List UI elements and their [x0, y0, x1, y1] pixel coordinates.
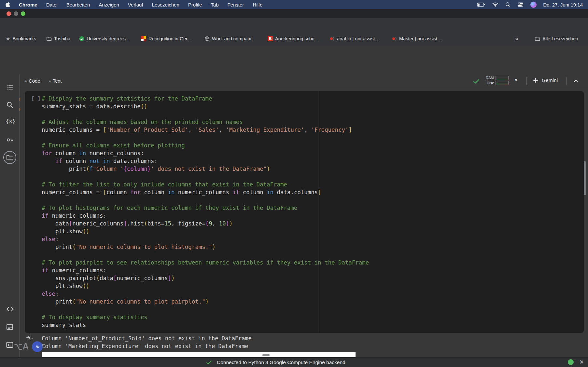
code-line[interactable]: plt.show()	[42, 282, 369, 290]
mosaic-favicon	[141, 36, 146, 41]
option-key-icon	[14, 343, 22, 351]
code-line[interactable]	[42, 134, 369, 142]
code-line[interactable]: data[numeric_columns].hist(bins=15, figs…	[42, 220, 369, 227]
ram-label: RAM	[486, 75, 494, 80]
search-icon[interactable]	[6, 101, 14, 109]
window-minimize-button[interactable]	[14, 11, 18, 16]
gemini-button[interactable]: Gemini	[532, 77, 558, 84]
bookmarks-overflow-chevron[interactable]: »	[515, 32, 518, 46]
bookmark-anabin[interactable]: anabin | uni-assist...	[329, 32, 379, 46]
bookmark-recognition[interactable]: Recognition in Ger...	[141, 32, 191, 46]
table-of-contents-icon[interactable]	[6, 83, 14, 91]
code-line[interactable]: print("No numeric columns to plot histog…	[42, 243, 369, 251]
code-line[interactable]	[42, 196, 369, 204]
kernel-status-dot	[568, 359, 574, 365]
code-line[interactable]: if numeric_columns:	[42, 266, 369, 274]
terminal-icon[interactable]	[6, 341, 14, 349]
menubar-item-tab[interactable]: Tab	[211, 2, 218, 7]
menubar-item-hilfe[interactable]: Hilfe	[253, 2, 262, 7]
vertical-scrollbar[interactable]	[584, 161, 586, 195]
screen: Chrome Datei Bearbeiten Anzeigen Verlauf…	[0, 0, 588, 367]
bookmark-university-degrees[interactable]: University degrees...	[79, 32, 130, 46]
code-line[interactable]: if column not in data.columns:	[42, 157, 369, 165]
browser-toolbar: colab.research.google.com/drive/1mNkG5En…	[0, 18, 588, 32]
menubar-clock[interactable]: Do. 27. Juni 19:14	[543, 2, 583, 7]
add-code-button[interactable]: + Code	[24, 74, 40, 88]
spotlight-search-icon[interactable]	[505, 2, 511, 7]
code-snippets-icon[interactable]	[6, 305, 14, 313]
bookmark-master-uni-assist[interactable]: Master | uni-assist...	[392, 32, 441, 46]
code-line[interactable]	[42, 251, 369, 259]
siri-icon[interactable]	[530, 2, 537, 8]
toolbar-separator	[526, 77, 527, 85]
code-line[interactable]: else:	[42, 235, 369, 243]
left-sidebar: {x}	[0, 74, 20, 357]
code-line[interactable]: else:	[42, 290, 369, 298]
all-bookmarks-button[interactable]: Alle Lesezeichen	[535, 32, 578, 46]
star-favicon: ★	[6, 36, 10, 42]
code-line[interactable]	[42, 110, 369, 118]
battery-icon[interactable]	[477, 1, 485, 8]
window-close-button[interactable]	[7, 11, 11, 16]
connected-check-icon	[206, 359, 212, 366]
code-line[interactable]: for column in numeric_columns:	[42, 149, 369, 157]
menubar-item-lesezeichen[interactable]: Lesezeichen	[152, 2, 179, 7]
secrets-key-icon[interactable]	[6, 136, 14, 144]
resources-dropdown-caret[interactable]: ▾	[515, 77, 517, 83]
code-line[interactable]: summary_stats	[42, 321, 369, 329]
output-scrollbar-notch[interactable]	[262, 354, 270, 356]
bookmark-folder-toshiba[interactable]: Toshiba	[46, 32, 70, 46]
collapse-chevron-icon[interactable]	[572, 77, 580, 87]
code-line[interactable]	[42, 306, 369, 313]
disk-label: Disk	[486, 80, 494, 86]
menubar-item-chrome[interactable]: Chrome	[19, 2, 37, 7]
code-line[interactable]: # Display the summary statistics for the…	[42, 95, 369, 102]
code-line[interactable]: print("No numeric columns to plot pairpl…	[42, 298, 369, 306]
add-text-button[interactable]: + Text	[49, 74, 62, 88]
close-status-icon[interactable]: ×	[580, 357, 584, 367]
code-line[interactable]: if numeric_columns:	[42, 212, 369, 220]
code-line[interactable]: print(f"Column '{column}' does not exist…	[42, 165, 369, 173]
code-line[interactable]: # To plot pairplot to see relationships …	[42, 259, 369, 266]
bookmark-bookmarks[interactable]: ★ Bookmarks	[6, 32, 36, 46]
bookmark-work-companies[interactable]: Work and compani...	[204, 32, 255, 46]
folder-icon	[47, 37, 51, 40]
menubar-item-profile[interactable]: Profile	[188, 2, 202, 7]
uni-assist-favicon	[392, 36, 397, 41]
resource-meter[interactable]: RAM Disk	[486, 75, 509, 86]
code-line[interactable]: sns.pairplot(data[numeric_columns])	[42, 274, 369, 282]
code-line[interactable]	[42, 173, 369, 181]
disk-bar	[496, 81, 509, 85]
code-line[interactable]: numeric_columns = ['Number_of_Product_So…	[42, 126, 369, 134]
saved-check-icon	[472, 77, 480, 87]
menubar-item-anzeigen[interactable]: Anzeigen	[99, 2, 119, 7]
code-line[interactable]: plt.show()	[42, 227, 369, 235]
editor-ruler-line	[318, 91, 318, 333]
menubar-item-datei[interactable]: Datei	[46, 2, 58, 7]
wifi-icon[interactable]	[492, 2, 498, 7]
output-line: Column 'Marketing_Expenditure' does not …	[42, 342, 252, 350]
bookmark-anerkennung[interactable]: B Anerkennung schu...	[268, 32, 318, 46]
menubar-item-fenster[interactable]: Fenster	[228, 2, 244, 7]
code-line[interactable]: # Adjust the column names based on the p…	[42, 118, 369, 126]
cell-run-prompt[interactable]: [ ]	[31, 95, 41, 102]
shortcut-overlay: A	[14, 342, 29, 352]
code-line[interactable]: # To plot histograms for each numeric co…	[42, 204, 369, 212]
window-zoom-button[interactable]	[21, 11, 25, 16]
window-titlebar	[0, 9, 588, 18]
code-line[interactable]: numeric_columns = [column for column in …	[42, 188, 369, 196]
code-line[interactable]: summary_stats = data.describe()	[42, 102, 369, 110]
files-folder-icon[interactable]	[6, 154, 14, 161]
assistant-bubble-button[interactable]	[32, 341, 43, 352]
code-line[interactable]: # To display summary statistics	[42, 313, 369, 321]
code-line[interactable]: # To filter the list to only include col…	[42, 181, 369, 188]
control-center-icon[interactable]	[517, 2, 524, 7]
apple-menu-icon[interactable]	[5, 2, 10, 7]
variables-icon[interactable]: {x}	[6, 118, 14, 126]
code-cell[interactable]: [ ] # Display the summary statistics for…	[25, 91, 584, 333]
code-lines[interactable]: # Display the summary statistics for the…	[42, 95, 369, 329]
code-line[interactable]: # Ensure all columns exist before plotti…	[42, 142, 369, 149]
menubar-item-bearbeiten[interactable]: Bearbeiten	[66, 2, 90, 7]
command-palette-icon[interactable]	[6, 323, 14, 331]
menubar-item-verlauf[interactable]: Verlauf	[128, 2, 143, 7]
